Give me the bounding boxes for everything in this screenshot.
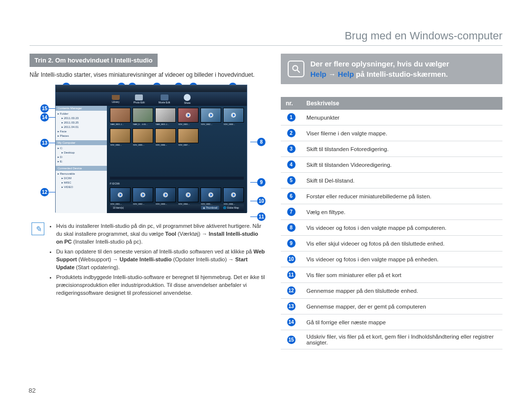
- callout-8: 8: [257, 138, 266, 146]
- table-row: 13Gennemse mapper, der er gemt på comput…: [281, 299, 502, 314]
- mode-tabs: Library Photo Edit Movie Edit Share: [56, 92, 247, 106]
- row-desc: Vis eller skjul videoer og fotos på den …: [301, 236, 502, 251]
- col-desc: Beskrivelse: [301, 97, 502, 110]
- row-desc: Vælg en filtype.: [301, 204, 502, 220]
- row-desc: Vis videoer og fotos i den valgte mappe …: [301, 220, 502, 236]
- table-row: 8Vis videoer og fotos i den valgte mappe…: [281, 220, 502, 236]
- note-icon: ✎: [32, 222, 44, 235]
- row-desc: Vis videoer og fotos i den valgte mappe …: [301, 251, 502, 267]
- row-number-badge: 5: [287, 176, 296, 185]
- tip-line1: Der er flere oplysninger, hvis du vælger: [310, 60, 449, 68]
- screenshot-figure: 1 2 3 4 5 6 7 15 14 13 12 8 9 10 11: [41, 85, 258, 213]
- table-row: 14Gå til forrige eller næste mappe: [281, 314, 502, 330]
- row-number-badge: 6: [287, 192, 296, 200]
- tip-box: Der er flere oplysninger, hvis du vælger…: [281, 54, 502, 84]
- divider: [30, 45, 502, 46]
- note-item: Produktets indbyggede Intelli-studio-sof…: [56, 274, 266, 297]
- callout-11: 11: [257, 213, 266, 221]
- row-desc: Menupunkter: [301, 110, 502, 125]
- row-desc: Vis filer som miniaturer eller på et kor…: [301, 267, 502, 283]
- table-row: 12Gennemse mapper på den tilsluttede enh…: [281, 283, 502, 299]
- title-bar: [56, 85, 247, 92]
- table-row: 11Vis filer som miniaturer eller på et k…: [281, 267, 502, 283]
- table-row: 2Viser filerne i den valgte mappe.: [281, 125, 502, 141]
- callout-14: 14: [40, 113, 49, 122]
- table-row: 15Udskriv filer, vis filer på et kort, g…: [281, 330, 502, 349]
- row-desc: Skift til tilstanden Videoredigering.: [301, 157, 502, 173]
- row-desc: Gennemse mapper, der er gemt på computer…: [301, 299, 502, 314]
- row-number-badge: 11: [287, 271, 296, 279]
- svg-point-0: [293, 65, 298, 70]
- sidebar: Contents Manager ▸ Folder ▸ 2011.03.23 ▸…: [56, 106, 107, 213]
- row-desc: Forstør eller reducer miniaturebilledern…: [301, 188, 502, 204]
- row-number-badge: 2: [287, 129, 296, 137]
- row-number-badge: 12: [287, 286, 296, 295]
- row-number-badge: 1: [287, 113, 296, 122]
- magnifier-icon: [288, 61, 304, 77]
- page-number: 82: [29, 387, 35, 394]
- table-row: 3Skift til tilstanden Fotoredigering.: [281, 141, 502, 157]
- row-desc: Udskriv filer, vis filer på et kort, gem…: [301, 330, 502, 349]
- row-number-badge: 4: [287, 160, 296, 169]
- row-number-badge: 10: [287, 255, 296, 263]
- table-row: 1Menupunkter: [281, 110, 502, 125]
- callout-10: 10: [257, 197, 266, 205]
- row-desc: Gå til forrige eller næste mappe: [301, 314, 502, 330]
- page-title: Brug med en Windows-computer: [30, 30, 502, 42]
- row-desc: Viser filerne i den valgte mappe.: [301, 125, 502, 141]
- step-header: Trin 2. Om hovedvinduet i Intelli-studio: [30, 54, 158, 67]
- row-number-badge: 15: [287, 336, 296, 344]
- table-row: 4Skift til tilstanden Videoredigering.: [281, 157, 502, 173]
- thumbnail-area: SAM_0001.J… SAM_0… 4.65… SAM_0001.J… SDV…: [107, 106, 247, 213]
- row-number-badge: 14: [287, 318, 296, 326]
- svg-line-1: [298, 70, 300, 73]
- col-nr: nr.: [281, 97, 301, 110]
- intelli-studio-window: Library Photo Edit Movie Edit Share Cont…: [55, 85, 247, 213]
- callout-9: 9: [257, 178, 266, 187]
- note-item: Hvis du installerer Intelli-studio på di…: [56, 222, 266, 246]
- tip-line2: på Intelli-studio-skærmen.: [354, 70, 448, 78]
- note-item: Du kan opdatere til den seneste version …: [56, 248, 266, 272]
- note-box: ✎ Hvis du installerer Intelli-studio på …: [32, 222, 266, 299]
- row-desc: Gennemse mapper på den tilsluttede enhed…: [301, 283, 502, 299]
- row-desc: Skift til tilstanden Fotoredigering.: [301, 141, 502, 157]
- row-number-badge: 3: [287, 145, 296, 153]
- callout-12: 12: [40, 188, 49, 196]
- table-row: 5Skift til Del-tilstand.: [281, 173, 502, 188]
- row-number-badge: 13: [287, 302, 296, 311]
- table-row: 7Vælg en filtype.: [281, 204, 502, 220]
- callout-13: 13: [40, 139, 49, 147]
- row-number-badge: 9: [287, 239, 296, 248]
- table-row: 9Vis eller skjul videoer og fotos på den…: [281, 236, 502, 251]
- description-table: nr. Beskrivelse 1Menupunkter2Viser filer…: [281, 97, 502, 349]
- intro-text: Når Intelli-studio starter, vises miniat…: [30, 71, 266, 79]
- help-link-1: Help: [310, 70, 327, 78]
- table-row: 6Forstør eller reducer miniaturebilleder…: [281, 188, 502, 204]
- row-number-badge: 8: [287, 223, 296, 232]
- row-desc: Skift til Del-tilstand.: [301, 173, 502, 188]
- callout-15: 15: [40, 104, 49, 113]
- row-number-badge: 7: [287, 208, 296, 216]
- help-link-2: Help: [338, 70, 354, 78]
- table-row: 10Vis videoer og fotos i den valgte mapp…: [281, 251, 502, 267]
